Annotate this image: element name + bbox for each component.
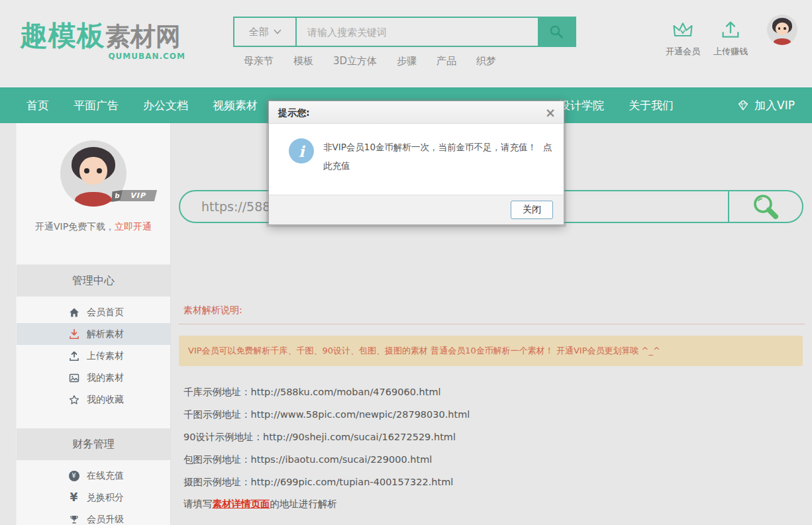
page-header: 趣模板 素材网 QUMUBAN.COM 全部 母亲节 模板 3D立方体 步骤 产…	[0, 0, 812, 87]
example-line: 摄图示例地址：http://699pic.com/tupian-40015732…	[183, 475, 470, 498]
upload-earn-label: 上传赚钱	[707, 46, 754, 58]
example-url: https://ibaotu.com/sucai/229000.html	[251, 454, 432, 465]
example-line: 千图示例地址：http://www.58pic.com/newpic/28798…	[183, 408, 470, 430]
user-avatar[interactable]	[767, 15, 797, 45]
avatar-eye	[784, 27, 786, 30]
example-line: 千库示例地址：http://588ku.com/moban/4769060.ht…	[183, 385, 470, 408]
sidebar-item-parse-material[interactable]: 解析素材	[17, 323, 170, 345]
info-icon: i	[289, 138, 314, 164]
nav-item-design-academy[interactable]: 设计学院	[559, 98, 604, 113]
avatar-eye	[778, 27, 781, 30]
vip-badge-label: VIP	[120, 190, 157, 201]
sidebar: b VIP 开通VIP免费下载，立即开通 管理中心 会员首页 解析素材 上传素材	[16, 123, 171, 525]
sidebar-item-member-home[interactable]: 会员首页	[17, 301, 170, 323]
sidebar-item-online-recharge[interactable]: ¥ 在线充值	[17, 465, 170, 487]
header-search-bar: 全部	[233, 17, 576, 47]
section-header-management: 管理中心	[17, 265, 170, 297]
sidebar-item-my-favorites[interactable]: 我的收藏	[17, 389, 170, 410]
coin-icon: ¥	[68, 470, 79, 481]
example-label: 摄图示例地址：	[183, 477, 251, 487]
avatar-eye	[84, 168, 89, 173]
sidebar-item-my-materials[interactable]: 我的素材	[17, 367, 170, 389]
example-label: 90设计示例地址：	[183, 432, 263, 442]
example-url: http://699pic.com/tupian-400157322.html	[251, 477, 454, 487]
finance-menu: ¥ 在线充值 ¥ 兑换积分 会员升级	[17, 460, 170, 525]
hot-link[interactable]: 母亲节	[244, 55, 274, 68]
join-vip-label: 加入VIP	[754, 98, 795, 113]
vip-badge[interactable]: b VIP	[112, 190, 156, 201]
dialog-body: i 非VIP会员10金币解析一次，当前金币不足，请充值！点此充值	[269, 124, 564, 195]
dialog-message: 非VIP会员10金币解析一次，当前金币不足，请充值！点此充值	[323, 138, 555, 175]
example-label: 千库示例地址：	[183, 387, 251, 397]
example-url: http://588ku.com/moban/4769060.html	[251, 387, 441, 397]
sidebar-item-label: 兑换积分	[87, 492, 124, 504]
crown-icon	[671, 20, 695, 40]
hot-link[interactable]: 模板	[293, 55, 313, 68]
dialog-footer: 关闭	[269, 195, 564, 224]
example-label: 千图示例地址：	[183, 409, 251, 420]
site-logo[interactable]: 趣模板 素材网 QUMUBAN.COM	[20, 17, 185, 61]
search-category-dropdown[interactable]: 全部	[234, 18, 297, 46]
vip-note: 开通VIP免费下载，立即开通	[17, 221, 170, 233]
hot-link[interactable]: 3D立方体	[333, 55, 377, 68]
sidebar-item-label: 在线充值	[87, 470, 124, 482]
example-url: http://www.58pic.com/newpic/28798030.htm…	[251, 409, 470, 420]
footer-suffix: 的地址进行解析	[270, 499, 338, 509]
hot-link[interactable]: 步骤	[397, 55, 417, 68]
nav-item-graphic-ads[interactable]: 平面广告	[74, 98, 119, 113]
upload-icon	[719, 20, 742, 40]
spacer	[17, 415, 170, 428]
nav-item-home[interactable]: 首页	[26, 98, 49, 113]
avatar-eye	[97, 168, 102, 173]
logo-text: 趣模板 素材网	[20, 17, 185, 54]
sidebar-item-label: 会员升级	[87, 514, 124, 525]
management-menu: 会员首页 解析素材 上传素材 我的素材 我的收藏	[17, 297, 170, 415]
open-membership-label: 开通会员	[660, 46, 706, 58]
profile-block: b VIP 开通VIP免费下载，立即开通	[17, 123, 170, 265]
dialog-close-button[interactable]: 关闭	[511, 201, 553, 219]
upload-earn-action[interactable]: 上传赚钱	[707, 20, 754, 58]
footer-prefix: 请填写	[183, 499, 213, 509]
search-button[interactable]	[538, 18, 575, 46]
image-icon	[68, 372, 79, 383]
nav-item-video[interactable]: 视频素材	[213, 98, 258, 113]
sidebar-item-exchange-points[interactable]: ¥ 兑换积分	[17, 487, 170, 508]
vip-notice-banner: VIP会员可以免费解析千库、千图、90设计、包图、摄图的素材 普通会员10金币解…	[179, 336, 803, 366]
hot-link[interactable]: 产品	[436, 55, 456, 68]
parse-footer-note: 请填写素材详情页面的地址进行解析	[183, 498, 470, 510]
example-line: 90设计示例地址：http://90sheji.com/sucai/162725…	[183, 430, 470, 453]
search-input[interactable]	[297, 18, 538, 46]
sidebar-item-label: 上传素材	[87, 350, 124, 362]
yen-glyph: ¥	[70, 492, 78, 503]
alert-dialog: 提示您: × i 非VIP会员10金币解析一次，当前金币不足，请充值！点此充值 …	[268, 101, 564, 225]
logo-suffix: 素材网	[105, 20, 181, 54]
magnifier-icon	[748, 192, 783, 221]
join-vip-link[interactable]: 加入VIP	[736, 98, 795, 113]
nav-item-office-docs[interactable]: 办公文档	[143, 98, 188, 113]
vip-note-open-link[interactable]: 立即开通	[115, 221, 152, 232]
sidebar-item-upload-material[interactable]: 上传素材	[17, 345, 170, 367]
dialog-titlebar: 提示您: ×	[269, 101, 564, 124]
example-line: 包图示例地址：https://ibaotu.com/sucai/229000.h…	[183, 453, 470, 475]
parse-submit-button[interactable]	[728, 191, 802, 222]
close-icon[interactable]: ×	[545, 101, 556, 124]
search-category-value: 全部	[249, 26, 269, 38]
hot-link[interactable]: 织梦	[476, 55, 496, 68]
avatar-shirt	[75, 192, 112, 207]
dialog-message-text: 非VIP会员10金币解析一次，当前金币不足，请充值！	[323, 142, 536, 152]
sidebar-item-member-upgrade[interactable]: 会员升级	[17, 508, 170, 525]
yen-icon: ¥	[68, 492, 79, 503]
coin-glyph: ¥	[69, 471, 79, 481]
trophy-icon	[68, 514, 79, 525]
profile-avatar-wrap: b VIP	[60, 140, 127, 207]
sidebar-item-label: 解析素材	[87, 328, 124, 340]
open-membership-action[interactable]: 开通会员	[660, 20, 706, 58]
footer-emphasis: 素材详情页面	[213, 499, 270, 509]
section-header-finance: 财务管理	[17, 428, 170, 460]
hot-search-links: 母亲节 模板 3D立方体 步骤 产品 织梦	[244, 55, 496, 68]
example-url: http://90sheji.com/sucai/16272529.html	[263, 432, 456, 442]
dialog-title: 提示您:	[278, 107, 310, 118]
nav-item-about-us[interactable]: 关于我们	[629, 98, 674, 113]
upload-icon	[68, 350, 79, 361]
parse-instructions-title: 素材解析说明:	[183, 305, 242, 316]
